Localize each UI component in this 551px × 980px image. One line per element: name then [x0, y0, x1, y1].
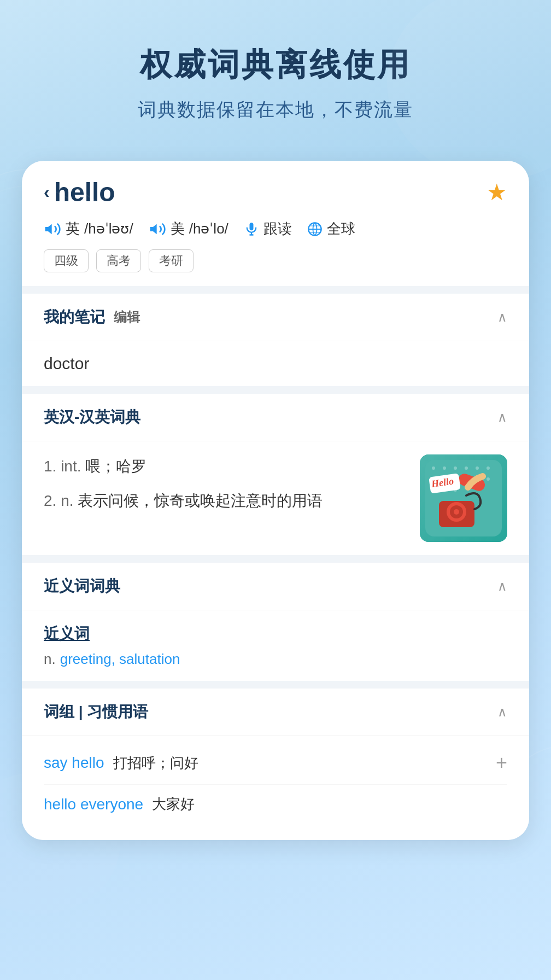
back-button[interactable]: ‹: [44, 182, 50, 202]
american-pronunciation[interactable]: 美 /həˈlo/: [149, 219, 228, 238]
synonyms-content: 近义词 n. greeting, salutation: [22, 610, 529, 681]
my-notes-title: 我的笔记: [44, 307, 105, 328]
british-label: 英: [66, 219, 80, 238]
phrases-chevron-icon: ∧: [497, 704, 507, 720]
word-header: ‹ hello ★ 英 /həˈləʊ/: [22, 161, 529, 286]
phrase-chinese-say-hello: 打招呼；问好: [113, 754, 198, 773]
phrases-title: 词组 | 习惯用语: [44, 702, 148, 722]
svg-point-11: [476, 466, 479, 470]
speaker-british-icon: [44, 220, 61, 238]
en-zh-dict-chevron-icon: ∧: [497, 410, 507, 425]
word-title-row: ‹ hello ★: [44, 177, 507, 207]
phrase-chinese-hello-everyone: 大家好: [152, 795, 195, 814]
phrases-header[interactable]: 词组 | 习惯用语 ∧: [22, 689, 529, 736]
phone-illustration-bg: Hello: [420, 454, 507, 542]
svg-point-9: [454, 466, 457, 470]
phrase-english-say-hello[interactable]: say hello: [44, 754, 104, 772]
def-text-2: 2. n. 表示问候，惊奇或唤起注意时的用语: [44, 492, 323, 509]
word-back-title: ‹ hello: [44, 177, 115, 207]
svg-point-10: [465, 466, 468, 470]
synonym-pos: n.: [44, 651, 56, 668]
svg-point-7: [432, 466, 435, 470]
synonym-words[interactable]: greeting, salutation: [60, 651, 180, 668]
en-zh-dict-title: 英汉-汉英词典: [44, 407, 140, 428]
phrase-english-hello-everyone[interactable]: hello everyone: [44, 796, 143, 813]
dict-content: 1. int. 喂；哈罗 2. n. 表示问候，惊奇或唤起注意时的用语: [22, 441, 529, 555]
pronunciation-row: 英 /həˈləʊ/ 美 /həˈlo/: [44, 219, 507, 238]
phrase-item-hello-everyone: hello everyone 大家好: [44, 785, 507, 824]
en-zh-dict-header[interactable]: 英汉-汉英词典 ∧: [22, 394, 529, 441]
my-notes-title-group: 我的笔记 编辑: [44, 307, 140, 328]
header-section: 权威词典离线使用 词典数据保留在本地，不费流量: [0, 0, 551, 144]
british-ipa: /həˈləʊ/: [84, 220, 133, 237]
def-number-2: 2. n.: [44, 492, 78, 509]
hello-phone-image: Hello: [420, 454, 507, 542]
dictionary-card: ‹ hello ★ 英 /həˈləʊ/: [22, 161, 529, 840]
definition-1: 1. int. 喂；哈罗: [44, 454, 409, 479]
global-button[interactable]: 全球: [307, 219, 355, 238]
phrase-add-button[interactable]: +: [496, 751, 507, 774]
phrase-left-hello-everyone: hello everyone 大家好: [44, 795, 195, 814]
my-notes-content: doctor: [22, 341, 529, 386]
american-ipa: /həˈlo/: [189, 220, 228, 237]
definition-2: 2. n. 表示问候，惊奇或唤起注意时的用语: [44, 489, 409, 514]
def-meaning-2: 表示问候，惊奇或唤起注意时的用语: [78, 492, 323, 509]
edit-notes-button[interactable]: 编辑: [114, 308, 140, 326]
svg-point-18: [486, 477, 490, 481]
speaker-american-icon: [149, 220, 166, 238]
british-pronunciation[interactable]: 英 /həˈləʊ/: [44, 219, 133, 238]
mic-icon: [244, 221, 259, 237]
phrase-left-say-hello: say hello 打招呼；问好: [44, 754, 198, 773]
synonyms-section: 近义词词典 ∧ 近义词 n. greeting, salutation: [22, 563, 529, 681]
phrases-section: 词组 | 习惯用语 ∧ say hello 打招呼；问好 + hello eve…: [22, 689, 529, 840]
def-text-1: 1. int. 喂；哈罗: [44, 458, 146, 475]
svg-point-25: [454, 509, 459, 515]
synonyms-chevron-icon: ∧: [497, 579, 507, 594]
tag-cet4: 四级: [44, 249, 89, 272]
american-label: 美: [171, 219, 185, 238]
tag-gaokao: 高考: [96, 249, 141, 272]
notes-word: doctor: [44, 354, 89, 372]
synonyms-title: 近义词词典: [44, 576, 120, 597]
tags-row: 四级 高考 考研: [44, 249, 507, 272]
phrases-content: say hello 打招呼；问好 + hello everyone 大家好: [22, 736, 529, 840]
phrase-item-say-hello: say hello 打招呼；问好 +: [44, 742, 507, 785]
def-number-1: 1. int.: [44, 458, 81, 475]
follow-read-label: 跟读: [263, 219, 292, 238]
follow-read-button[interactable]: 跟读: [244, 219, 292, 238]
my-notes-header[interactable]: 我的笔记 编辑 ∧: [22, 294, 529, 341]
my-notes-section: 我的笔记 编辑 ∧ doctor: [22, 294, 529, 386]
def-meaning-1: 喂；哈罗: [85, 458, 146, 475]
word-display: hello: [54, 177, 115, 207]
main-title: 权威词典离线使用: [33, 44, 518, 86]
svg-point-8: [443, 466, 446, 470]
dict-definitions: 1. int. 喂；哈罗 2. n. 表示问候，惊奇或唤起注意时的用语: [44, 454, 409, 542]
globe-icon: [307, 221, 323, 237]
synonym-section-title: 近义词: [44, 623, 507, 644]
phone-svg: Hello: [425, 460, 502, 536]
en-zh-dict-section: 英汉-汉英词典 ∧ 1. int. 喂；哈罗 2. n. 表示问候，惊奇或唤起注…: [22, 394, 529, 555]
tag-postgrad: 考研: [149, 249, 194, 272]
my-notes-chevron-icon: ∧: [497, 310, 507, 325]
synonyms-header[interactable]: 近义词词典 ∧: [22, 563, 529, 610]
favorite-star-icon[interactable]: ★: [486, 179, 507, 206]
svg-rect-2: [249, 223, 253, 230]
synonym-row: n. greeting, salutation: [44, 651, 507, 668]
svg-point-12: [486, 466, 490, 470]
sub-title: 词典数据保留在本地，不费流量: [33, 97, 518, 122]
global-label: 全球: [327, 219, 355, 238]
